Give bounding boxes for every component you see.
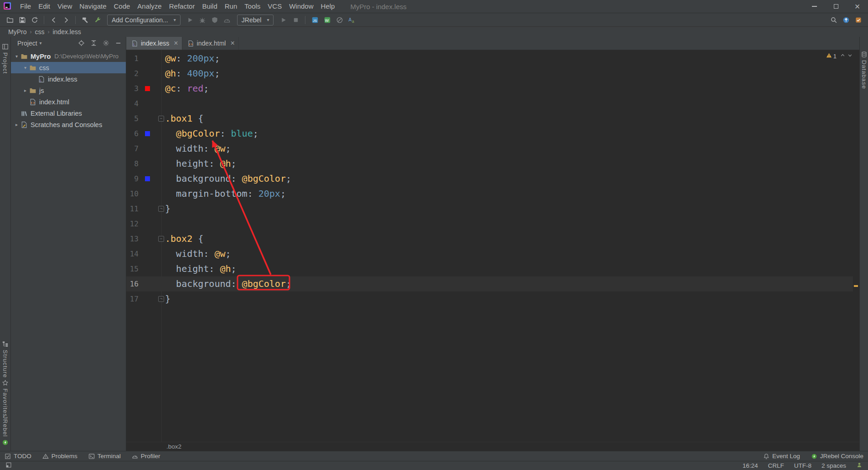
editor[interactable]: 1@w: 200px;2@h: 400px;3@c: red;45−.box1 …: [126, 50, 859, 442]
menu-build[interactable]: Build: [198, 2, 221, 10]
run-button[interactable]: [184, 15, 196, 26]
toolbtn-jrebel-console[interactable]: JRebel Console: [811, 453, 863, 460]
line-separator[interactable]: CRLF: [768, 462, 784, 469]
ide-update-button[interactable]: [840, 15, 852, 26]
tree-item-mypro[interactable]: ▾MyProD:\Develop\Web\MyPro: [11, 51, 126, 62]
toolbtn-problems[interactable]: Problems: [42, 453, 78, 460]
build-hammer-button[interactable]: [79, 15, 91, 26]
fold-marker[interactable]: −: [158, 116, 164, 122]
menu-run[interactable]: Run: [221, 2, 241, 10]
indent-style[interactable]: 2 spaces: [822, 462, 846, 469]
close-icon[interactable]: ×: [174, 40, 178, 47]
menu-analyze[interactable]: Analyze: [134, 2, 165, 10]
code-line-13[interactable]: 13−.box2 {: [126, 231, 853, 246]
toolwindow-toggle-button[interactable]: [5, 462, 12, 470]
back-button[interactable]: [47, 15, 60, 26]
forward-button[interactable]: [60, 15, 72, 26]
menu-help[interactable]: Help: [317, 2, 339, 10]
chevron-down-icon[interactable]: ▾: [21, 65, 29, 70]
menu-navigate[interactable]: Navigate: [76, 2, 110, 10]
chevron-down-icon[interactable]: [40, 41, 42, 46]
toolbtn-event-log[interactable]: Event Log: [763, 453, 800, 460]
color-swatch[interactable]: [145, 131, 150, 136]
menu-view[interactable]: View: [54, 2, 76, 10]
jrebel-wrench-button[interactable]: [91, 15, 103, 26]
tree-item-js[interactable]: ▸js: [11, 85, 126, 96]
code-line-14[interactable]: 14 width: @w;: [126, 246, 853, 261]
tree-item-index.less[interactable]: Lindex.less: [11, 73, 126, 85]
breadcrumb-mypro[interactable]: MyPro: [8, 28, 26, 36]
translate-button[interactable]: Aa: [346, 15, 358, 26]
code-line-16[interactable]: 16 background: @bgColor;: [126, 276, 853, 291]
stripe-jrebel[interactable]: JRebel: [0, 416, 10, 446]
stripe-project[interactable]: Project: [0, 43, 10, 74]
menu-refactor[interactable]: Refactor: [165, 2, 199, 10]
menu-file[interactable]: File: [16, 2, 35, 10]
next-problem-button[interactable]: [847, 52, 853, 60]
highlighting-level-button[interactable]: [856, 462, 863, 470]
code-line-1[interactable]: 1@w: 200px;: [126, 51, 853, 66]
code-line-5[interactable]: 5−.box1 {: [126, 111, 853, 126]
search-everywhere-button[interactable]: [827, 15, 840, 26]
fold-marker[interactable]: ¬: [158, 296, 164, 302]
tree-item-external-libraries[interactable]: External Libraries: [11, 107, 126, 119]
breadcrumb-css[interactable]: css: [35, 28, 44, 36]
project-panel-title[interactable]: Project: [17, 40, 37, 47]
tab-index.less[interactable]: Lindex.less×: [126, 37, 182, 50]
breadcrumb-selector[interactable]: .box2: [166, 443, 181, 450]
open-button[interactable]: [4, 15, 16, 26]
run-configuration-combo[interactable]: Add Configuration...▾: [107, 15, 181, 26]
js-debug-button[interactable]: JS: [309, 15, 321, 26]
no-entry-button[interactable]: [333, 15, 346, 26]
stripe-database[interactable]: Database: [860, 51, 868, 89]
debug-button[interactable]: [196, 15, 209, 26]
code-line-12[interactable]: 12: [126, 216, 853, 231]
code-line-8[interactable]: 8 height: @h;: [126, 156, 853, 171]
code-line-17[interactable]: 17¬}: [126, 291, 853, 307]
breadcrumb-index.less[interactable]: index.less: [52, 28, 81, 36]
close-button[interactable]: [847, 0, 868, 13]
error-stripe-mark[interactable]: [854, 285, 858, 287]
prev-problem-button[interactable]: [840, 52, 846, 60]
menu-tools[interactable]: Tools: [241, 2, 264, 10]
w3c-validate-button[interactable]: W: [321, 15, 333, 26]
stripe-favorites[interactable]: Favorites: [0, 379, 10, 417]
code-line-2[interactable]: 2@h: 400px;: [126, 66, 853, 81]
toolbtn-terminal[interactable]: Terminal: [88, 453, 121, 460]
run-jrebel-button[interactable]: [277, 15, 289, 26]
close-icon[interactable]: ×: [230, 40, 234, 47]
chevron-right-icon[interactable]: ▸: [13, 122, 21, 127]
fold-marker[interactable]: ¬: [158, 206, 164, 212]
tree-item-css[interactable]: ▾css: [11, 62, 126, 73]
toolbtn-todo[interactable]: TODO: [5, 453, 31, 460]
menu-code[interactable]: Code: [110, 2, 134, 10]
minimize-button[interactable]: [804, 0, 825, 13]
save-button[interactable]: [16, 15, 28, 26]
collapse-all-button[interactable]: [89, 39, 98, 47]
toolbtn-profiler[interactable]: Profiler: [132, 453, 160, 460]
settings-button[interactable]: [102, 39, 110, 47]
tab-index.html[interactable]: index.html×: [182, 37, 239, 50]
chevron-down-icon[interactable]: ▾: [13, 54, 21, 59]
inspections-widget[interactable]: 1: [826, 52, 853, 60]
tree-item-scratches-and-consoles[interactable]: ▸Scratches and Consoles: [11, 119, 126, 130]
menu-edit[interactable]: Edit: [35, 2, 54, 10]
color-swatch[interactable]: [145, 176, 150, 181]
jrebel-combo[interactable]: JRebel▾: [237, 15, 274, 26]
stripe-structure[interactable]: Structure: [0, 341, 10, 378]
sync-button[interactable]: [28, 15, 41, 26]
fold-marker[interactable]: −: [158, 236, 164, 242]
hide-button[interactable]: [114, 39, 122, 47]
code-line-15[interactable]: 15 height: @h;: [126, 261, 853, 276]
menu-vcs[interactable]: VCS: [264, 2, 285, 10]
locate-button[interactable]: [77, 39, 85, 47]
tree-item-index.html[interactable]: index.html: [11, 96, 126, 107]
coverage-button[interactable]: [209, 15, 221, 26]
color-swatch[interactable]: [145, 86, 150, 91]
stop-button[interactable]: [289, 15, 302, 26]
plugin-update-button[interactable]: [852, 15, 864, 26]
code-line-11[interactable]: 11¬}: [126, 201, 853, 216]
code-line-3[interactable]: 3@c: red;: [126, 81, 853, 96]
file-encoding[interactable]: UTF-8: [794, 462, 811, 469]
code-line-10[interactable]: 10 margin-bottom: 20px;: [126, 186, 853, 201]
